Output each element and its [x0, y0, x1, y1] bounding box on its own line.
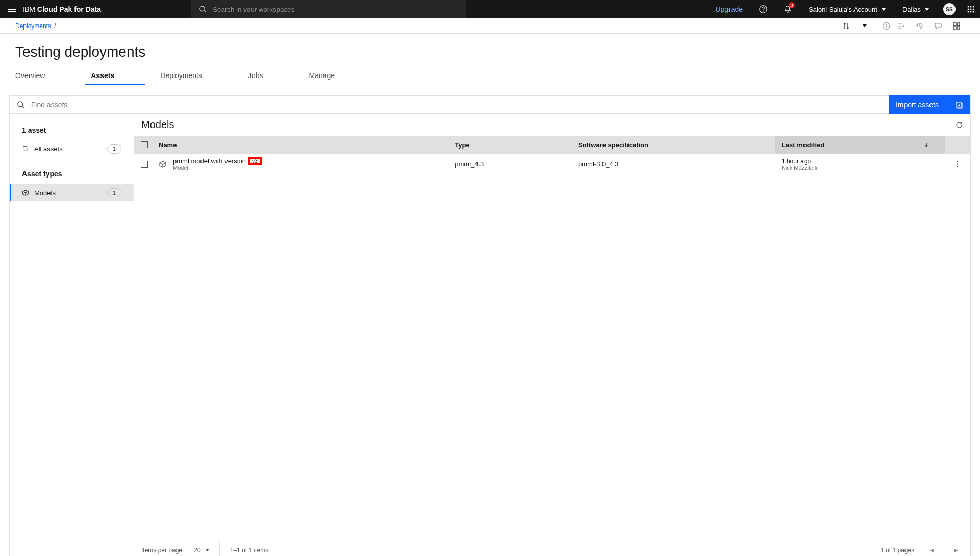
range-info: 1–1 of 1 items	[230, 547, 268, 554]
import-assets-button[interactable]: Import assets	[889, 95, 970, 114]
ipp-value: 20	[194, 547, 200, 554]
version-badge: v3	[249, 158, 261, 164]
asset-count-heading: 1 asset	[10, 123, 134, 140]
overflow-icon[interactable]	[957, 160, 959, 168]
manage-icon[interactable]	[948, 18, 965, 34]
avatar[interactable]: SS	[943, 3, 956, 15]
row-name: pmml model with version	[173, 157, 246, 165]
svg-rect-20	[957, 27, 960, 29]
stack-icon	[22, 145, 29, 153]
tab-jobs[interactable]: Jobs	[248, 66, 263, 85]
svg-point-9	[973, 9, 974, 10]
ipp-label: Items per page:	[141, 547, 184, 554]
brand-name: Cloud Pak for Data	[37, 5, 101, 13]
content: Import assets 1 asset All assets 1 Asset…	[0, 85, 980, 556]
svg-rect-19	[953, 27, 956, 29]
filter-input[interactable]	[31, 100, 882, 109]
panel-title: Models	[141, 119, 174, 131]
filter-bar: Import assets	[9, 95, 971, 114]
pagination: Items per page: 20 1–1 of 1 items 1 of 1…	[134, 541, 970, 556]
prev-page-icon[interactable]: ◄	[924, 547, 939, 554]
tab-manage[interactable]: Manage	[309, 66, 335, 85]
svg-rect-23	[956, 102, 961, 107]
flow-icon[interactable]	[893, 18, 910, 34]
svg-point-25	[957, 161, 958, 162]
search-icon	[199, 5, 207, 13]
app-grid-icon[interactable]	[962, 0, 980, 18]
models-label: Models	[34, 189, 56, 197]
account-label: Saloni Saluja's Account	[809, 6, 877, 13]
tab-overview[interactable]: Overview	[15, 66, 45, 85]
sort-icon[interactable]	[838, 18, 855, 34]
ipp-select[interactable]: 20	[194, 547, 209, 554]
svg-point-5	[970, 6, 972, 8]
col-modified[interactable]: Last modified	[775, 136, 945, 154]
svg-point-10	[968, 11, 969, 13]
models-table: Name Type Software specification Last mo…	[134, 136, 970, 174]
svg-line-22	[22, 106, 24, 108]
svg-point-26	[957, 163, 958, 164]
svg-point-0	[200, 6, 205, 11]
help-icon[interactable]	[751, 0, 775, 18]
refresh-icon[interactable]	[955, 121, 963, 129]
brand: IBM Cloud Pak for Data	[22, 5, 101, 13]
chevron-down-icon	[925, 8, 929, 11]
select-all-checkbox[interactable]	[141, 141, 148, 148]
svg-point-15	[886, 24, 886, 24]
history-icon[interactable]	[912, 18, 928, 34]
region-dropdown[interactable]: Dallas	[894, 0, 937, 18]
svg-rect-18	[957, 23, 960, 26]
breadcrumb-separator: /	[54, 22, 56, 30]
import-label: Import assets	[896, 100, 939, 109]
chevron-down-icon	[205, 549, 209, 551]
sidebar-item-models[interactable]: Models 1	[10, 184, 134, 201]
svg-point-21	[18, 102, 23, 107]
svg-point-7	[968, 9, 969, 10]
table-row[interactable]: pmml model with version v3 Model pmml_4.…	[134, 154, 970, 174]
chevron-down-icon	[882, 8, 886, 11]
col-type[interactable]: Type	[455, 141, 578, 149]
col-modified-label: Last modified	[782, 141, 825, 149]
col-spec[interactable]: Software specification	[578, 141, 775, 149]
svg-point-8	[970, 9, 972, 10]
chevron-dropdown-icon[interactable]	[857, 18, 873, 34]
next-page-icon[interactable]: ►	[949, 547, 963, 554]
svg-point-12	[973, 11, 974, 13]
search-area[interactable]	[191, 0, 466, 18]
search-icon	[17, 100, 25, 109]
info-icon[interactable]	[875, 18, 891, 34]
model-icon	[159, 160, 167, 168]
svg-rect-17	[953, 23, 956, 26]
region-label: Dallas	[902, 6, 921, 13]
page-info: 1 of 1 pages	[881, 547, 914, 554]
svg-point-11	[970, 11, 972, 13]
account-dropdown[interactable]: Saloni Saluja's Account	[800, 0, 894, 18]
asset-types-heading: Asset types	[10, 167, 134, 184]
import-icon	[955, 100, 963, 109]
upgrade-link[interactable]: Upgrade	[707, 5, 751, 13]
row-subtype: Model	[173, 165, 261, 171]
brand-prefix: IBM	[22, 5, 35, 13]
svg-rect-24	[23, 147, 27, 150]
table-panel: Models Name Type Software specification …	[134, 114, 970, 556]
breadcrumb-link[interactable]: Deployments	[15, 22, 51, 30]
search-input[interactable]	[213, 6, 458, 13]
all-assets-count: 1	[107, 144, 121, 154]
modified-time: 1 hour ago	[782, 158, 811, 165]
col-name[interactable]: Name	[155, 141, 455, 149]
modified-user: Nick Mazzitelli	[782, 165, 817, 171]
chat-icon[interactable]	[930, 18, 946, 34]
sidebar-item-all-assets[interactable]: All assets 1	[10, 140, 134, 158]
sidebar: 1 asset All assets 1 Asset types Models …	[10, 114, 134, 556]
models-count: 1	[107, 188, 121, 197]
top-header: IBM Cloud Pak for Data Upgrade 3 Saloni …	[0, 0, 980, 18]
svg-point-6	[973, 6, 974, 8]
tabs: Overview Assets Deployments Jobs Manage	[0, 66, 980, 85]
tab-assets[interactable]: Assets	[91, 66, 114, 85]
notification-icon[interactable]: 3	[775, 0, 800, 18]
page-title: Testing deployments	[0, 34, 980, 66]
hamburger-icon[interactable]	[8, 7, 16, 12]
tab-deployments[interactable]: Deployments	[160, 66, 202, 85]
row-checkbox[interactable]	[141, 161, 148, 168]
breadcrumbs: Deployments /	[15, 22, 56, 30]
